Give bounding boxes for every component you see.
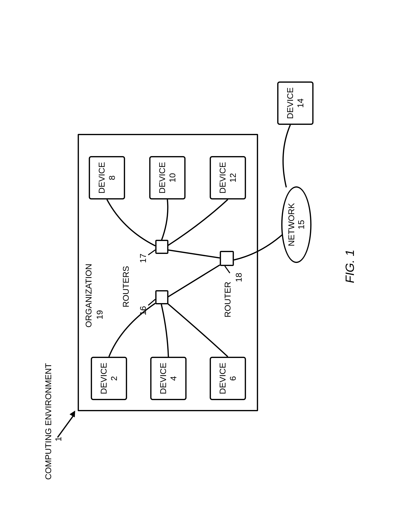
router-right-number: 17: [138, 254, 148, 263]
device-label: DEVICE: [285, 87, 295, 119]
device-label: DEVICE: [157, 162, 167, 193]
router-left: [155, 290, 168, 304]
device-number: 10: [167, 173, 177, 182]
figure-label: FIG. 1: [343, 249, 356, 283]
network-number: 15: [296, 220, 306, 230]
device-number: 8: [107, 175, 117, 180]
device-8: DEVICE 8: [89, 156, 125, 199]
title-label: COMPUTING ENVIRONMENT: [43, 363, 53, 480]
device-label: DEVICE: [97, 162, 107, 193]
device-number: 14: [295, 98, 305, 108]
title-number: 1: [53, 437, 63, 441]
router-bottom-label: ROUTER: [223, 282, 232, 317]
organization-label: ORGANIZATION: [84, 264, 93, 328]
router-bottom: [220, 251, 234, 266]
device-12: DEVICE 12: [210, 156, 246, 199]
device-6: DEVICE 6: [210, 357, 246, 400]
device-2: DEVICE 2: [91, 357, 127, 400]
device-label: DEVICE: [99, 363, 109, 394]
device-label: DEVICE: [218, 162, 228, 193]
router-left-number: 16: [138, 306, 148, 315]
organization-number: 19: [95, 310, 104, 320]
device-number: 2: [109, 376, 119, 381]
device-label: DEVICE: [158, 363, 168, 394]
router-bottom-number: 18: [234, 273, 243, 282]
device-10: DEVICE 10: [149, 156, 185, 199]
network-label: NETWORK: [287, 203, 296, 247]
device-number: 12: [228, 173, 238, 182]
device-number: 4: [168, 376, 178, 381]
device-number: 6: [228, 376, 238, 381]
device-14: DEVICE 14: [277, 82, 313, 125]
device-4: DEVICE 4: [150, 357, 186, 400]
network-node: NETWORK 15: [281, 186, 311, 263]
routers-label: ROUTERS: [121, 266, 131, 307]
device-label: DEVICE: [218, 363, 228, 394]
arrow-icon: [70, 409, 78, 418]
router-right: [155, 240, 168, 254]
